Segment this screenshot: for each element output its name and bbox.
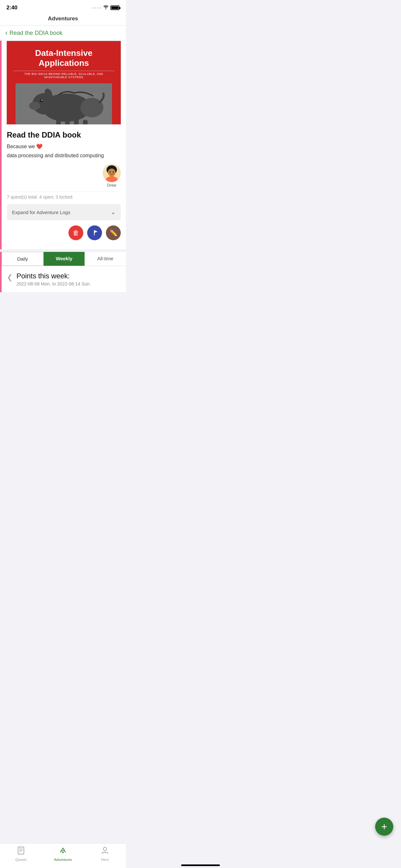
- book-cover-title: Data-Intensive Applications: [29, 41, 99, 69]
- svg-rect-10: [83, 120, 88, 124]
- book-cover-inner: Data-Intensive Applications The big idea…: [6, 41, 121, 125]
- card-body: Read the DDIA book Because we ❤️ data pr…: [2, 125, 126, 249]
- svg-point-4: [40, 99, 42, 102]
- back-chevron-icon: ‹: [5, 29, 7, 36]
- tab-alltime[interactable]: All-time: [85, 252, 126, 266]
- heart-emoji: ❤️: [36, 143, 42, 151]
- tab-row: Daily Weekly All-time: [2, 252, 126, 266]
- avatar-container: Drew: [103, 164, 121, 188]
- flag-button[interactable]: [87, 225, 102, 240]
- svg-point-13: [108, 168, 116, 176]
- expand-label: Expand for Adventure Logs: [12, 210, 70, 215]
- expand-chevron-icon: ⌄: [111, 209, 116, 216]
- status-icons: [92, 5, 120, 10]
- adventure-description: Because we ❤️ data processing and distri…: [7, 143, 121, 159]
- svg-point-3: [29, 102, 40, 110]
- svg-rect-8: [65, 120, 69, 124]
- avatar-name: Drew: [103, 183, 121, 188]
- prev-week-chevron-icon[interactable]: ❮: [7, 273, 12, 282]
- main-content: Data-Intensive Applications The big idea…: [0, 41, 126, 321]
- back-label: Read the DDIA book: [9, 30, 62, 36]
- status-bar: 2:40: [0, 0, 126, 13]
- book-animal-illustration: [16, 83, 112, 124]
- svg-point-14: [110, 172, 111, 173]
- points-info: Points this week: 2022-08-08 Mon. to 202…: [17, 272, 91, 286]
- avatar-row: Drew: [7, 164, 121, 188]
- points-title: Points this week:: [17, 272, 91, 280]
- svg-rect-18: [94, 230, 95, 236]
- svg-rect-7: [56, 119, 61, 124]
- svg-marker-19: [95, 230, 97, 233]
- points-date: 2022-08-08 Mon. to 2022-08-14 Sun.: [17, 281, 91, 286]
- action-buttons: 🗑 ✏️: [7, 225, 121, 245]
- book-cover-subtitle: The big ideas behind reliable, scalable,…: [13, 71, 114, 80]
- signal-icon: [92, 7, 101, 9]
- svg-point-15: [113, 172, 114, 173]
- expand-logs-row[interactable]: Expand for Adventure Logs ⌄: [7, 204, 121, 220]
- adventure-title: Read the DDIA book: [7, 130, 121, 140]
- delete-button[interactable]: 🗑: [68, 225, 83, 240]
- battery-icon: [111, 5, 120, 10]
- book-cover: Data-Intensive Applications The big idea…: [2, 41, 126, 125]
- points-section: ❮ Points this week: 2022-08-08 Mon. to 2…: [2, 266, 126, 292]
- nav-bar: Adventures: [0, 13, 126, 26]
- quest-count: 7 quest(s) total. 4 open; 3 locked.: [7, 191, 121, 199]
- page-title: Adventures: [48, 16, 78, 22]
- weekly-card: Daily Weekly All-time ❮ Points this week…: [0, 252, 126, 292]
- tab-weekly[interactable]: Weekly: [43, 252, 85, 266]
- svg-rect-9: [74, 119, 79, 124]
- status-time: 2:40: [6, 4, 18, 11]
- edit-button[interactable]: ✏️: [106, 225, 121, 240]
- back-nav[interactable]: ‹ Read the DDIA book: [0, 26, 126, 41]
- tab-daily[interactable]: Daily: [2, 252, 43, 266]
- svg-point-5: [41, 100, 42, 101]
- adventure-card: Data-Intensive Applications The big idea…: [0, 41, 126, 249]
- avatar: [103, 164, 121, 182]
- wifi-icon: [103, 5, 109, 10]
